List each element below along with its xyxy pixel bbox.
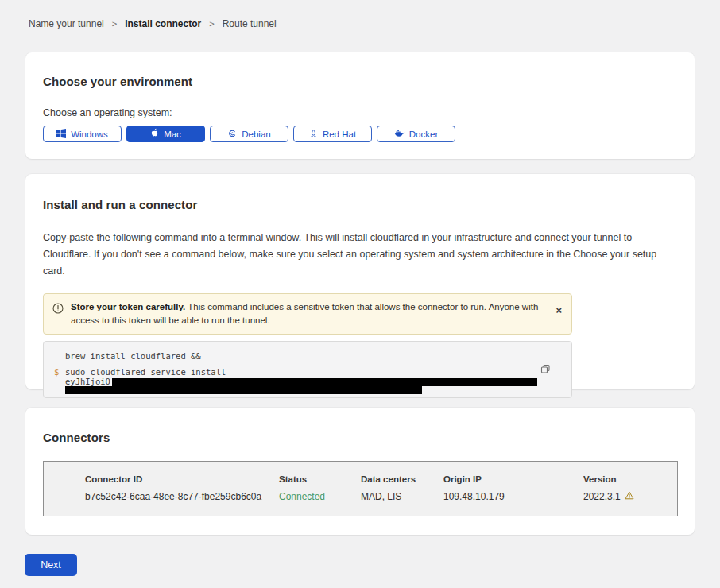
connectors-table-row: b7c52c42-6caa-48ee-8c77-fbe259cb6c0a Con… bbox=[85, 491, 677, 502]
token-line-2 bbox=[65, 386, 571, 394]
os-button-label: Windows bbox=[71, 130, 108, 139]
close-icon[interactable]: × bbox=[554, 300, 563, 320]
connectors-table: Connector ID Status Data centers Origin … bbox=[43, 461, 678, 516]
redhat-icon bbox=[309, 129, 318, 140]
command-text: sudo cloudflared service install bbox=[65, 367, 226, 377]
warning-message: Store your token carefully. This command… bbox=[71, 300, 541, 327]
breadcrumb-separator: > bbox=[209, 19, 214, 29]
connectors-card: Connectors Connector ID Status Data cent… bbox=[25, 408, 695, 535]
breadcrumb: Name your tunnel > Install connector > R… bbox=[29, 18, 277, 29]
command-line-2: $sudo cloudflared service install bbox=[65, 367, 571, 377]
command-block: brew install cloudflared && $sudo cloudf… bbox=[43, 341, 572, 398]
os-button-label: Docker bbox=[409, 130, 438, 139]
os-button-windows[interactable]: Windows bbox=[43, 126, 122, 142]
col-connector-id: Connector ID bbox=[85, 474, 279, 484]
os-select-label: Choose an operating system: bbox=[43, 107, 677, 118]
breadcrumb-name-your-tunnel[interactable]: Name your tunnel bbox=[29, 18, 104, 29]
os-button-docker[interactable]: Docker bbox=[377, 126, 455, 142]
breadcrumb-separator: > bbox=[112, 19, 117, 29]
token-prefix: eyJhIjoiO bbox=[65, 377, 110, 386]
install-connector-card: Install and run a connector Copy-paste t… bbox=[25, 174, 695, 389]
redacted-token-bar bbox=[112, 378, 537, 386]
choose-environment-card: Choose your environment Choose an operat… bbox=[25, 52, 695, 159]
data-centers-value: MAD, LIS bbox=[361, 491, 443, 502]
version-number: 2022.3.1 bbox=[583, 491, 621, 502]
warning-triangle-icon bbox=[625, 491, 634, 502]
breadcrumb-install-connector[interactable]: Install connector bbox=[125, 18, 201, 29]
install-card-title: Install and run a connector bbox=[43, 198, 677, 211]
token-line: eyJhIjoiO bbox=[65, 377, 571, 386]
token-warning-banner: Store your token carefully. This command… bbox=[43, 293, 572, 335]
install-description: Copy-paste the following command into a … bbox=[43, 230, 675, 280]
os-button-mac[interactable]: Mac bbox=[126, 126, 205, 142]
warning-title: Store your token carefully. bbox=[71, 302, 185, 311]
connectors-card-title: Connectors bbox=[43, 431, 677, 444]
connector-id-value: b7c52c42-6caa-48ee-8c77-fbe259cb6c0a bbox=[85, 491, 279, 502]
col-origin-ip: Origin IP bbox=[443, 474, 583, 484]
os-button-group: Windows Mac Debian bbox=[43, 126, 677, 142]
os-button-label: Debian bbox=[242, 130, 270, 139]
next-button[interactable]: Next bbox=[25, 554, 77, 576]
docker-icon bbox=[394, 129, 405, 139]
os-button-debian[interactable]: Debian bbox=[210, 126, 288, 142]
copy-icon[interactable] bbox=[539, 362, 552, 378]
shell-prompt: $ bbox=[54, 367, 59, 377]
os-button-label: Mac bbox=[164, 130, 181, 139]
windows-icon bbox=[56, 129, 66, 140]
command-line-1: brew install cloudflared && bbox=[65, 350, 571, 362]
version-value: 2022.3.1 bbox=[583, 491, 677, 502]
redacted-token-bar bbox=[65, 386, 422, 394]
col-status: Status bbox=[279, 474, 361, 484]
col-data-centers: Data centers bbox=[361, 474, 443, 484]
apple-icon bbox=[150, 128, 159, 140]
col-version: Version bbox=[583, 474, 677, 484]
connectors-table-header: Connector ID Status Data centers Origin … bbox=[85, 474, 677, 484]
tunnel-setup-page: Name your tunnel > Install connector > R… bbox=[0, 0, 720, 588]
debian-icon bbox=[227, 129, 237, 140]
status-badge: Connected bbox=[279, 491, 361, 502]
breadcrumb-route-tunnel[interactable]: Route tunnel bbox=[223, 18, 277, 29]
environment-card-title: Choose your environment bbox=[43, 75, 677, 88]
os-button-label: Red Hat bbox=[323, 130, 356, 139]
os-button-redhat[interactable]: Red Hat bbox=[293, 126, 372, 142]
alert-circle-icon bbox=[52, 303, 64, 317]
origin-ip-value: 109.48.10.179 bbox=[443, 491, 583, 502]
